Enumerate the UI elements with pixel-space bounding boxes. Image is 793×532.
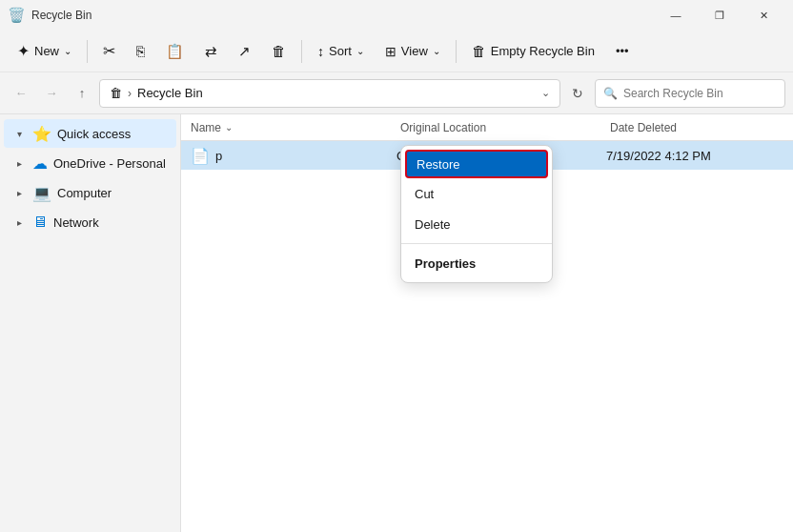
new-icon: ✦ [17,42,30,60]
quick-access-icon: ⭐ [32,125,51,143]
close-button[interactable]: ✕ [742,0,785,31]
expand-icon: ▾ [11,126,27,141]
copy-button[interactable]: ⎘ [127,35,154,68]
sidebar-label-computer: Computer [57,186,112,200]
sort-label: Sort [329,44,352,58]
more-icon: ••• [616,44,629,58]
column-original-location: Original Location [400,121,610,134]
address-path-icon: 🗑 [110,86,122,100]
move-icon: ⇄ [205,43,217,60]
network-icon: 🖥 [32,214,48,231]
refresh-button[interactable]: ↻ [564,80,591,107]
delete-button[interactable]: 🗑 [262,35,295,68]
file-list: Name ⌄ Original Location Date Deleted 📄 … [181,114,793,532]
copy-icon: ⎘ [136,43,145,59]
address-separator: › [128,87,132,100]
maximize-button[interactable]: ❐ [698,0,742,31]
context-menu-separator [401,243,552,244]
expand-icon: ▸ [11,155,27,171]
back-button[interactable]: ← [8,80,34,107]
view-button[interactable]: ⊞ View ⌄ [376,35,450,68]
properties-label: Properties [415,256,476,271]
file-date-deleted: 7/19/2022 4:12 PM [606,149,783,163]
separator-2 [301,40,302,63]
view-icon: ⊞ [385,44,396,59]
search-icon: 🔍 [603,87,618,100]
up-button[interactable]: ↑ [69,80,95,107]
toolbar: ✦ New ⌄ ✂ ⎘ 📋 ⇄ ↗ 🗑 ↕ Sort ⌄ ⊞ View ⌄ 🗑 … [0,31,793,72]
sidebar-label-onedrive: OneDrive - Personal [53,156,166,171]
sidebar: ▾ ⭐ Quick access ▸ ☁ OneDrive - Personal… [0,114,181,532]
restore-label: Restore [417,157,460,172]
cut-icon: ✂ [103,42,115,60]
context-menu-item-delete[interactable]: Delete [401,209,552,239]
context-menu: Restore Cut Delete Properties [400,145,553,283]
view-label: View [401,44,428,58]
new-button[interactable]: ✦ New ⌄ [8,35,81,68]
window-controls: — ❐ ✕ [654,0,785,31]
new-chevron-icon: ⌄ [64,46,71,56]
window-title: Recycle Bin [31,9,92,22]
context-menu-item-cut[interactable]: Cut [401,178,552,209]
share-button[interactable]: ↗ [229,35,260,68]
main-content: ▾ ⭐ Quick access ▸ ☁ OneDrive - Personal… [0,114,793,532]
sidebar-item-network[interactable]: ▸ 🖥 Network [4,208,176,236]
delete-icon: 🗑 [272,43,286,59]
minimize-button[interactable]: — [654,0,698,31]
title-bar-left: 🗑️ Recycle Bin [8,7,92,24]
sidebar-item-quick-access[interactable]: ▾ ⭐ Quick access [4,119,176,148]
forward-button[interactable]: → [38,80,65,107]
share-icon: ↗ [238,43,251,60]
address-input[interactable]: 🗑 › Recycle Bin ⌄ [99,79,560,108]
paste-icon: 📋 [166,43,184,60]
file-name: p [215,149,396,163]
search-box[interactable]: 🔍 [595,79,785,108]
address-path: Recycle Bin [137,86,536,100]
separator-3 [456,40,457,63]
sidebar-label-quick-access: Quick access [57,127,131,141]
move-button[interactable]: ⇄ [195,35,227,68]
cut-label: Cut [415,187,434,201]
computer-icon: 💻 [32,184,51,202]
empty-bin-icon: 🗑 [472,43,486,59]
title-bar: 🗑️ Recycle Bin — ❐ ✕ [0,0,793,31]
search-input[interactable] [623,87,777,100]
file-list-header: Name ⌄ Original Location Date Deleted [181,114,793,141]
address-chevron-icon: ⌄ [541,87,550,99]
paste-button[interactable]: 📋 [156,35,193,68]
sidebar-item-computer[interactable]: ▸ 💻 Computer [4,178,176,207]
sort-icon: ↕ [317,44,324,59]
context-menu-item-properties[interactable]: Properties [401,248,552,278]
empty-recycle-bin-button[interactable]: 🗑 Empty Recycle Bin [462,35,604,68]
new-label: New [34,44,59,58]
expand-icon: ▸ [11,185,27,200]
delete-label: Delete [415,217,451,232]
recycle-bin-icon: 🗑️ [8,7,26,24]
view-chevron-icon: ⌄ [433,46,440,56]
empty-recycle-label: Empty Recycle Bin [491,44,595,58]
expand-icon: ▸ [11,215,27,230]
separator-1 [87,40,88,63]
sort-button[interactable]: ↕ Sort ⌄ [308,35,374,68]
file-icon: 📄 [191,147,210,165]
column-name: Name ⌄ [191,121,400,134]
cut-button[interactable]: ✂ [93,35,125,68]
sidebar-label-network: Network [53,215,99,230]
context-menu-item-restore[interactable]: Restore [405,150,548,178]
more-options-button[interactable]: ••• [606,35,639,68]
sidebar-item-onedrive[interactable]: ▸ ☁ OneDrive - Personal [4,149,176,177]
onedrive-icon: ☁ [32,154,48,173]
column-date-deleted: Date Deleted [610,121,783,134]
address-bar: ← → ↑ 🗑 › Recycle Bin ⌄ ↻ 🔍 [0,72,793,114]
sort-chevron-icon: ⌄ [356,46,364,56]
